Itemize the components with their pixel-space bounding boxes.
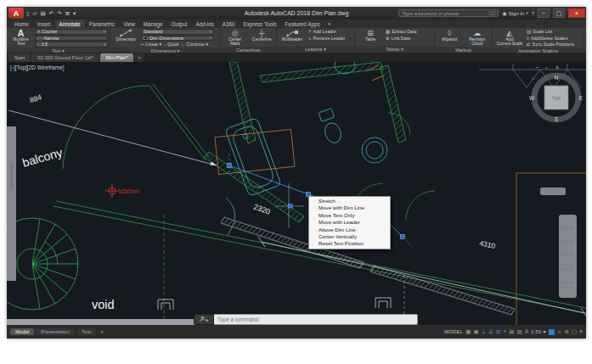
file-tab-dim-plan[interactable]: Dim Plan* (100, 53, 134, 62)
panel-label-leaders[interactable]: Leaders ▾ (277, 46, 354, 53)
annotation-visibility-icon[interactable]: A (525, 328, 528, 336)
layout-tab-test[interactable]: Test (76, 328, 96, 335)
menu-item-move-text-only[interactable]: Move Text Only (309, 212, 390, 219)
viewport-controls-label[interactable]: [-][Top][2D Wireframe] (10, 64, 65, 71)
panel-label-tables[interactable]: Tables ▾ (355, 46, 434, 53)
multileader-button[interactable]: Multileader (279, 29, 306, 46)
customization-menu-icon[interactable]: ≡ (579, 328, 583, 336)
object-snap-icon[interactable]: ⊡ (496, 328, 500, 336)
link-data-button[interactable]: ⊕Link Data (386, 36, 416, 42)
ribbon-options-icon[interactable]: ▾ (324, 20, 335, 28)
model-space-indicator[interactable]: MODEL (444, 329, 463, 334)
command-options-button[interactable]: ▸ (194, 314, 214, 325)
close-button[interactable]: × (568, 8, 585, 18)
menu-item-move-with-leader[interactable]: Move with Leader (309, 219, 390, 226)
text-height-field[interactable]: ↕3.5▾ (35, 42, 108, 48)
compass-east[interactable]: E (579, 95, 584, 101)
model-space-background[interactable] (7, 62, 586, 325)
viewcube-face-label[interactable]: TOP (552, 96, 561, 101)
new-drawing-tab-button[interactable]: + (134, 53, 144, 62)
hardware-acceleration-icon[interactable]: ☼ (557, 328, 562, 336)
menu-item-above-dim-line[interactable]: Above Dim Line (309, 227, 390, 233)
transparency-icon[interactable]: ▨ (517, 328, 522, 336)
center-mark-button[interactable]: ◎ Center Mark (223, 29, 248, 47)
clean-screen-icon[interactable]: ▢ (572, 328, 577, 336)
plot-icon[interactable]: ⊞ (65, 10, 70, 17)
compass-south[interactable]: S (555, 116, 559, 122)
file-tab-ground-floor[interactable]: 02-320 Ground Floor 1st* (31, 53, 99, 62)
lineweight-icon[interactable]: ▤ (509, 328, 514, 336)
layout-tab-presentation[interactable]: Presentation (36, 328, 75, 335)
maximize-button[interactable]: ▢ (553, 8, 565, 18)
docked-palette-bar[interactable] (7, 126, 16, 281)
snap-tracking-icon[interactable]: + (504, 328, 507, 336)
tab-manage[interactable]: Manage (139, 20, 167, 28)
multiline-text-button[interactable]: A Multiline Text (8, 29, 33, 48)
add-current-scale-button[interactable]: ◭ Add Current Scale (494, 29, 525, 48)
tab-annotate[interactable]: Annotate (55, 20, 85, 28)
tab-view[interactable]: View (119, 20, 139, 28)
remove-leader-button[interactable]: ↘Remove Leader (307, 36, 345, 42)
dim-layer-dropdown[interactable]: Dim Dimensions▾ (141, 36, 214, 42)
linear-dimension-button[interactable]: ⊢Linear ▾ (141, 42, 161, 47)
tab-output[interactable]: Output (167, 20, 192, 28)
add-leader-button[interactable]: ↗Add Leader (307, 29, 345, 35)
tab-express-tools[interactable]: Express Tools (240, 20, 281, 28)
new-icon[interactable]: ▯ (26, 10, 30, 17)
table-button[interactable]: ⊞ Table (357, 29, 384, 46)
tab-a360[interactable]: A360 (218, 20, 240, 28)
ortho-icon[interactable]: ⊥ (482, 328, 487, 336)
add-delete-scales-button[interactable]: ±Add/Delete Scales (527, 36, 574, 42)
autocad-logo-icon[interactable]: A (8, 8, 24, 19)
help-icon[interactable]: ? (532, 11, 534, 16)
extract-data-button[interactable]: ▦Extract Data (386, 29, 416, 35)
viewport-restore-icon[interactable]: ▫ (545, 64, 547, 70)
viewport-minimize-icon[interactable]: − (535, 64, 538, 70)
navigation-bar[interactable] (559, 215, 577, 298)
tab-featured-apps[interactable]: Featured Apps (281, 20, 324, 28)
quick-dimension-button[interactable]: ⌐Quick (164, 42, 178, 47)
grip-text[interactable] (289, 204, 293, 209)
viewport-close-icon[interactable]: × (555, 64, 559, 70)
tab-addins[interactable]: Add-ins (191, 20, 217, 28)
new-layout-button[interactable]: + (98, 329, 106, 335)
compass-north[interactable]: N (555, 75, 559, 81)
grip-start[interactable] (228, 164, 232, 168)
revision-cloud-button[interactable]: ☁ Revision Cloud (465, 29, 491, 47)
redo-icon[interactable]: ↷ (57, 10, 61, 17)
tab-insert[interactable]: Insert (33, 20, 55, 28)
menu-item-move-with-dim-line[interactable]: Move with Dim Line (309, 204, 390, 211)
menu-item-reset-text-position[interactable]: Reset Text Position (309, 240, 390, 247)
annotation-scale-control[interactable]: 1:50 ▾ (531, 329, 546, 334)
view-controls-chip[interactable] (540, 188, 566, 195)
sync-scale-positions-button[interactable]: ⇄Sync Scale Positions (527, 42, 574, 48)
tab-home[interactable]: Home (10, 20, 33, 28)
dimension-button[interactable]: Dimension (112, 29, 139, 48)
sign-in-button[interactable]: ◉ Sign In ▾ (502, 10, 527, 16)
menu-item-stretch[interactable]: Stretch (309, 198, 390, 204)
text-style-dropdown[interactable]: ACourier▾ (35, 29, 108, 35)
wipeout-button[interactable]: ◊ Wipeout (437, 29, 463, 47)
undo-icon[interactable]: ↶ (49, 10, 54, 17)
polar-tracking-icon[interactable]: ∠ (488, 328, 493, 336)
drawing-canvas[interactable]: 3250mm 884 2320 4310 balcony void [-][To… (7, 62, 586, 325)
minimize-button[interactable]: − (538, 8, 550, 18)
tab-parametric[interactable]: Parametric (85, 20, 119, 28)
find-text-field[interactable]: ◯Narrow (35, 36, 108, 42)
open-icon[interactable]: ▱ (33, 10, 37, 17)
annotation-monitor-icon[interactable]: ⊕ (565, 328, 569, 336)
binoculars-search-icon[interactable]: ◯◯ (488, 11, 495, 15)
layout-tab-model[interactable]: Model (10, 328, 34, 335)
grid-icon[interactable]: ▦ (465, 328, 471, 336)
scale-list-button[interactable]: ▤Scale List (527, 29, 574, 35)
centerline-button[interactable]: ┼ Centerline (250, 29, 275, 47)
compass-west[interactable]: W (529, 95, 535, 101)
menu-item-center-vertically[interactable]: Center Vertically (309, 233, 390, 240)
snap-icon[interactable]: ▣ (473, 328, 478, 336)
viewcube-home-icon[interactable]: ⌂ (532, 76, 535, 81)
help-search-field[interactable]: Type a keyword or phrase ◯◯ (398, 9, 499, 17)
file-tab-start[interactable]: Start (8, 53, 31, 62)
dim-style-dropdown[interactable]: Standard▾ (141, 29, 214, 35)
command-input[interactable] (214, 314, 418, 325)
save-icon[interactable]: ▤ (41, 10, 46, 17)
